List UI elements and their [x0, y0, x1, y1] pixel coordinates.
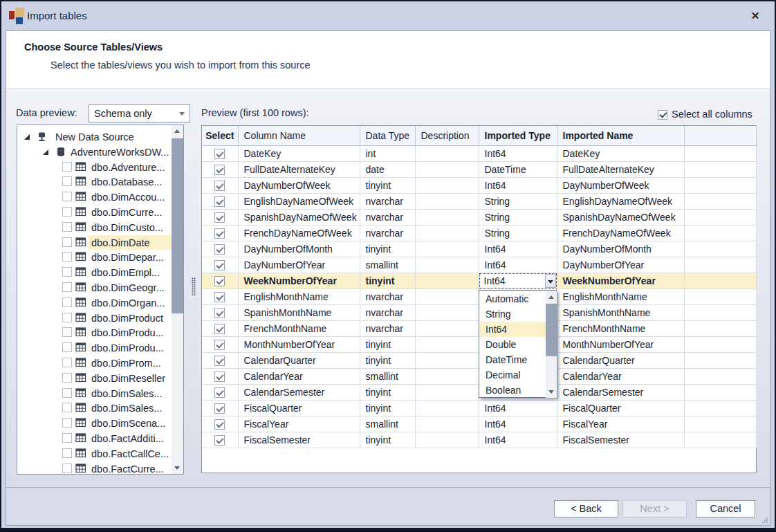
tree-item-table[interactable]: dbo.DimCusto... — [17, 220, 171, 235]
combobox-dropdown-button[interactable] — [545, 274, 556, 288]
dropdown-option[interactable]: DateTime — [480, 352, 546, 367]
table-checkbox[interactable] — [62, 448, 72, 458]
table-row[interactable]: FiscalYearsmallintInt64FiscalYear — [202, 416, 756, 432]
table-checkbox[interactable] — [62, 418, 72, 428]
tree-item-table[interactable]: dbo.DimOrgan... — [17, 295, 171, 311]
tree-item-table[interactable]: dbo.DimDepar... — [17, 250, 171, 265]
row-select-checkbox[interactable] — [214, 260, 225, 270]
row-select-checkbox[interactable] — [214, 181, 225, 191]
expander-icon[interactable] — [43, 149, 48, 155]
tree-item-table[interactable]: dbo.DimAccou... — [17, 190, 171, 205]
dropdown-option[interactable]: Automatic — [480, 291, 546, 306]
row-select-checkbox[interactable] — [214, 372, 225, 382]
row-select-checkbox[interactable] — [214, 387, 225, 398]
tree-item-table[interactable]: dbo.FactCurre... — [17, 461, 171, 475]
tree-item-table[interactable]: dbo.DimCurre... — [17, 205, 171, 220]
row-select-checkbox[interactable] — [214, 276, 225, 286]
table-checkbox[interactable] — [62, 222, 72, 232]
table-checkbox[interactable] — [62, 207, 72, 217]
imported-type-combobox[interactable]: Int64 — [479, 273, 557, 288]
tree-item-table[interactable]: dbo.DimProduct — [17, 311, 171, 326]
tree-item-table[interactable]: dbo.DimScena... — [17, 416, 171, 431]
tree-item-table[interactable]: dbo.DimProdu... — [17, 325, 171, 340]
table-checkbox[interactable] — [62, 237, 72, 247]
tree-scrollbar[interactable] — [172, 125, 183, 474]
table-row[interactable]: DayNumberOfYearsmallintInt64DayNumberOfY… — [202, 257, 756, 273]
table-checkbox[interactable] — [62, 342, 72, 352]
tree-item-table[interactable]: dbo.DimReseller — [17, 371, 171, 386]
dropdown-option[interactable]: String — [480, 306, 546, 322]
table-checkbox[interactable] — [62, 327, 72, 337]
table-row[interactable]: DayNumberOfWeektinyintInt64DayNumberOfWe… — [202, 177, 756, 193]
table-checkbox[interactable] — [62, 252, 72, 262]
tree-item-table[interactable]: dbo.DimGeogr... — [17, 280, 171, 295]
tree-item-table[interactable]: dbo.DimSales... — [17, 386, 171, 401]
tree-item-table[interactable]: dbo.DimProm... — [17, 356, 171, 371]
column-header[interactable]: Data Type — [360, 126, 415, 145]
table-checkbox[interactable] — [62, 433, 72, 443]
tree-item-table[interactable]: dbo.DimSales... — [17, 401, 171, 416]
table-row[interactable]: EnglishDayNameOfWeeknvarcharStringEnglis… — [202, 193, 756, 209]
row-select-checkbox[interactable] — [214, 196, 225, 207]
row-select-checkbox[interactable] — [214, 356, 225, 366]
dropdown-option[interactable]: Int64 — [480, 322, 546, 337]
column-header[interactable]: Description — [415, 126, 479, 145]
scroll-down-icon[interactable] — [174, 466, 180, 470]
table-row[interactable]: FiscalSemestertinyintInt64FiscalSemester — [202, 432, 756, 448]
table-checkbox[interactable] — [62, 176, 72, 186]
row-select-checkbox[interactable] — [214, 435, 225, 446]
tree-item-table[interactable]: dbo.Database... — [17, 174, 171, 190]
table-checkbox[interactable] — [62, 403, 72, 412]
tree-item-database[interactable]: AdventureWorksDW... — [17, 145, 171, 160]
scroll-up-icon[interactable] — [174, 129, 180, 133]
row-select-checkbox[interactable] — [214, 212, 225, 223]
splitter-grip[interactable] — [192, 277, 196, 295]
table-checkbox[interactable] — [62, 282, 72, 292]
tree-item-table[interactable]: dbo.DimEmpl... — [17, 265, 171, 280]
tree-item-table[interactable]: dbo.Adventure... — [17, 160, 171, 175]
popup-scrollbar-thumb[interactable] — [546, 304, 557, 356]
close-icon[interactable]: ✕ — [747, 8, 764, 24]
table-checkbox[interactable] — [62, 388, 72, 398]
table-checkbox[interactable] — [62, 297, 72, 307]
table-row[interactable]: WeekNumberOfYeartinyintInt64WeekNumberOf… — [202, 273, 756, 288]
table-row[interactable]: SpanishDayNameOfWeeknvarcharStringSpanis… — [202, 209, 756, 225]
row-select-checkbox[interactable] — [214, 165, 225, 175]
select-all-checkbox[interactable] — [658, 110, 667, 120]
table-row[interactable]: DayNumberOfMonthtinyintInt64DayNumberOfM… — [202, 241, 756, 257]
select-all-columns[interactable]: Select all columns — [658, 109, 752, 121]
row-select-checkbox[interactable] — [214, 149, 225, 159]
column-header[interactable]: Select — [202, 126, 238, 145]
row-select-checkbox[interactable] — [214, 340, 225, 350]
row-select-checkbox[interactable] — [214, 324, 225, 334]
row-select-checkbox[interactable] — [214, 244, 225, 255]
data-preview-dropdown[interactable]: Schema only — [89, 104, 190, 122]
table-row[interactable]: FullDateAlternateKeydateDateTimeFullDate… — [202, 161, 756, 177]
column-header[interactable]: Imported Name — [557, 126, 684, 145]
table-checkbox[interactable] — [62, 313, 72, 322]
table-checkbox[interactable] — [62, 373, 72, 383]
row-select-checkbox[interactable] — [214, 308, 225, 318]
table-checkbox[interactable] — [62, 162, 72, 172]
expander-icon[interactable] — [24, 134, 30, 140]
cancel-button[interactable]: Cancel — [696, 500, 755, 517]
dropdown-option[interactable]: Decimal — [480, 367, 546, 383]
tree-item-table[interactable]: dbo.DimDate — [17, 235, 171, 250]
resize-grip-icon[interactable] — [761, 517, 768, 524]
table-checkbox[interactable] — [62, 464, 72, 473]
table-checkbox[interactable] — [62, 267, 72, 277]
tree-item-table[interactable]: dbo.DimProdu... — [17, 340, 171, 356]
tree-item-root[interactable]: New Data Source — [17, 129, 171, 145]
table-checkbox[interactable] — [62, 358, 72, 367]
column-header[interactable]: Imported Type — [479, 126, 557, 145]
tree-item-table[interactable]: dbo.FactAdditi... — [17, 431, 171, 446]
row-select-checkbox[interactable] — [214, 292, 225, 302]
scroll-up-icon[interactable] — [548, 295, 554, 299]
table-checkbox[interactable] — [62, 192, 72, 201]
back-button[interactable]: < Back — [554, 500, 618, 517]
row-select-checkbox[interactable] — [214, 419, 225, 430]
tree-item-table[interactable]: dbo.FactCallCe... — [17, 446, 171, 461]
next-button[interactable]: Next > — [622, 500, 687, 517]
tree-scrollbar-thumb[interactable] — [172, 138, 183, 313]
row-select-checkbox[interactable] — [214, 403, 225, 414]
